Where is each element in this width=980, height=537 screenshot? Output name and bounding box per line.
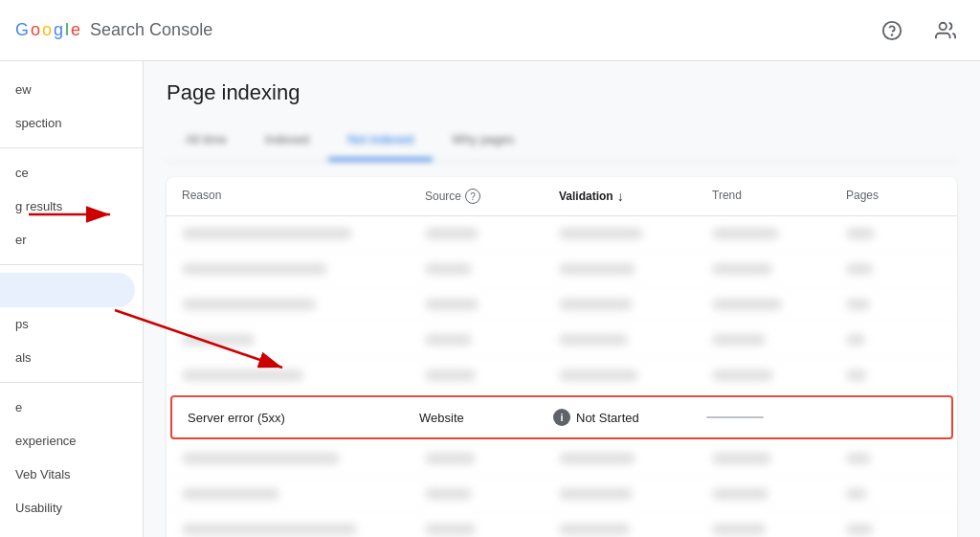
sidebar-item-inspection[interactable]: spection [0,106,135,140]
page-title: Page indexing [167,61,957,121]
sidebar-item-usability[interactable]: Usability [0,491,135,525]
google-logo: Google [15,20,80,40]
server-error-reason: Server error (5xx) [188,411,419,425]
col-trend: Trend [712,189,846,204]
table-column-headers: Reason Source ? Validation ↓ Trend Pages [167,177,957,216]
tab-all-time[interactable]: All time [167,121,246,161]
col-source: Source ? [425,189,559,204]
table-row [167,252,957,287]
table-row [167,477,957,512]
sidebar-item-web-vitals[interactable]: Veb Vitals [0,458,135,491]
sidebar-item-performance[interactable]: ce [0,156,135,190]
sort-icon: ↓ [617,189,624,204]
validation-status: i Not Started [553,409,706,426]
tab-indexed[interactable]: Indexed [246,121,328,161]
sidebar-item-removals[interactable]: als [0,341,135,374]
table-row [167,441,957,477]
table-row [167,512,957,537]
sidebar-section-top: ew spection ce g results er ps al [0,69,143,528]
table-row [167,287,957,323]
header-left: Google Search Console [15,20,212,40]
sidebar-item-discover[interactable]: er [0,223,135,257]
sidebar: ew spection ce g results er ps al [0,61,144,537]
highlighted-row[interactable]: Server error (5xx) Website i Not Started [170,395,953,439]
trend-cell [706,416,840,418]
app-title: Search Console [90,20,212,40]
table-row [167,358,957,393]
col-pages: Pages [846,189,942,204]
sidebar-divider-1 [0,147,143,148]
tab-not-indexed[interactable]: Not indexed [328,121,433,161]
sidebar-item-experience[interactable]: e [0,391,135,424]
header: Google Search Console [0,0,980,61]
svg-point-2 [940,22,947,29]
trend-line [706,416,764,418]
svg-point-1 [892,34,893,35]
sidebar-divider-3 [0,382,143,383]
header-icons [873,11,965,50]
col-reason: Reason [182,189,425,204]
info-icon: i [553,409,570,426]
sidebar-item-indexing[interactable] [0,273,135,307]
layout: ew spection ce g results er ps al [0,61,980,537]
table-row [167,323,957,358]
account-button[interactable] [926,11,965,50]
sidebar-item-search-results[interactable]: g results [0,190,135,223]
server-error-source: Website [419,411,553,425]
table-row [167,216,957,252]
help-button[interactable] [873,11,911,50]
tab-extra[interactable]: Why pages [433,121,533,161]
sidebar-item-sitemaps[interactable]: ps [0,307,135,341]
tab-bar: All time Indexed Not indexed Why pages [167,121,957,162]
main-content: Page indexing All time Indexed Not index… [144,61,980,537]
not-started-label: Not Started [576,411,639,425]
source-help-icon[interactable]: ? [465,189,480,204]
table-card: Reason Source ? Validation ↓ Trend Pages [167,177,957,537]
sidebar-item-page-experience[interactable]: experience [0,424,135,458]
sidebar-item-overview[interactable]: ew [0,73,135,106]
sidebar-divider-2 [0,264,143,265]
col-validation[interactable]: Validation ↓ [559,189,712,204]
